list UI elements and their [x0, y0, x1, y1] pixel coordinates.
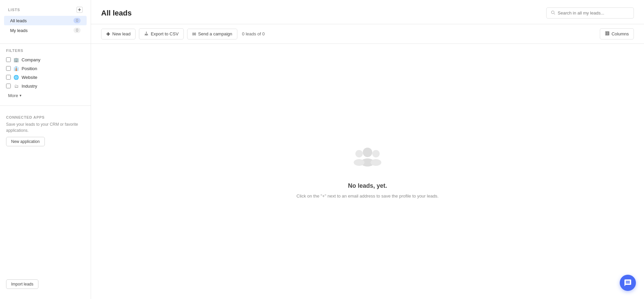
more-label: More	[8, 93, 18, 98]
search-box	[546, 7, 634, 19]
svg-rect-2	[605, 32, 606, 35]
new-lead-label: New lead	[112, 31, 130, 36]
filter-company-checkbox[interactable]	[6, 57, 11, 62]
svg-point-0	[551, 11, 554, 13]
filter-website-checkbox[interactable]	[6, 75, 11, 80]
filters-section: FILTERS 🏢 Company 👔 Position 🌐 Website 🗂…	[0, 49, 91, 101]
leads-count-total: 0	[262, 31, 265, 36]
filter-website[interactable]: 🌐 Website	[2, 73, 89, 82]
svg-rect-4	[608, 32, 609, 35]
export-csv-label: Export to CSV	[151, 31, 178, 36]
sidebar-item-all-leads-label: All leads	[10, 18, 27, 23]
company-icon: 🏢	[13, 57, 19, 62]
search-input[interactable]	[558, 10, 630, 16]
sidebar-item-all-leads-count: 0	[74, 18, 81, 23]
leads-count-unit-label: leads	[246, 31, 258, 36]
svg-point-7	[355, 150, 363, 157]
send-campaign-button[interactable]: ✉ Send a campaign	[187, 29, 237, 39]
search-icon	[551, 10, 555, 16]
sidebar-item-my-leads[interactable]: My leads 0	[4, 26, 87, 35]
svg-rect-3	[607, 32, 608, 35]
main-header: All leads	[91, 0, 644, 24]
sidebar-item-all-leads[interactable]: All leads 0	[4, 16, 87, 25]
filter-company[interactable]: 🏢 Company	[2, 55, 89, 64]
import-leads-section: Import leads	[0, 276, 91, 292]
position-icon: 👔	[13, 66, 19, 71]
filter-website-label: Website	[22, 75, 37, 80]
filters-label: FILTERS	[2, 49, 89, 55]
leads-count: 0 leads of 0	[242, 31, 265, 36]
empty-state-title: No leads, yet.	[348, 182, 387, 189]
filter-industry[interactable]: 🗂 Industry	[2, 82, 89, 90]
svg-point-10	[371, 159, 381, 166]
filter-industry-checkbox[interactable]	[6, 84, 11, 88]
website-icon: 🌐	[13, 74, 19, 80]
new-lead-button[interactable]: ✚ New lead	[101, 29, 136, 39]
filter-position-checkbox[interactable]	[6, 66, 11, 71]
connected-apps-title: CONNECTED APPS	[6, 115, 85, 119]
leads-count-value: 0	[242, 31, 244, 36]
add-list-button[interactable]: +	[77, 7, 83, 13]
lists-section-title: LISTS +	[2, 7, 89, 16]
svg-point-8	[354, 159, 364, 166]
more-filters-button[interactable]: More ▾	[4, 91, 87, 100]
toolbar: ✚ New lead Export to CSV ✉ Send a campai…	[91, 24, 644, 44]
import-leads-button[interactable]: Import leads	[6, 279, 38, 289]
connected-apps-desc: Save your leads to your CRM or favorite …	[6, 121, 85, 133]
empty-state-description: Click on the "+" next to an email addres…	[296, 193, 438, 200]
filter-industry-label: Industry	[22, 84, 37, 89]
filter-company-label: Company	[22, 57, 40, 62]
connected-apps-section: CONNECTED APPS Save your leads to your C…	[0, 111, 91, 151]
campaign-icon: ✉	[192, 31, 196, 37]
svg-point-9	[372, 150, 380, 157]
industry-icon: 🗂	[13, 83, 19, 89]
sidebar-item-my-leads-label: My leads	[10, 28, 28, 33]
chat-icon	[624, 279, 632, 287]
export-csv-button[interactable]: Export to CSV	[139, 28, 183, 39]
new-application-button[interactable]: New application	[6, 137, 45, 146]
filter-position-label: Position	[22, 66, 37, 71]
empty-illustration	[349, 143, 386, 174]
leads-count-of: of	[257, 31, 261, 36]
chat-bubble-button[interactable]	[620, 275, 636, 291]
export-icon	[144, 31, 149, 37]
columns-label: Columns	[612, 31, 629, 36]
lists-label: LISTS	[8, 8, 20, 12]
filter-position[interactable]: 👔 Position	[2, 64, 89, 73]
plus-icon: ✚	[106, 31, 110, 37]
svg-point-5	[363, 148, 372, 157]
chevron-down-icon: ▾	[20, 93, 22, 98]
columns-icon	[605, 31, 610, 37]
columns-button[interactable]: Columns	[600, 28, 634, 39]
send-campaign-label: Send a campaign	[198, 31, 232, 36]
empty-state: No leads, yet. Click on the "+" next to …	[91, 44, 644, 299]
sidebar-item-my-leads-count: 0	[74, 28, 81, 33]
svg-line-1	[554, 13, 555, 14]
sidebar: LISTS + All leads 0 My leads 0 FILTERS 🏢…	[0, 0, 91, 299]
main-content: All leads ✚ New lead Export to CS	[91, 0, 644, 299]
page-title: All leads	[101, 9, 131, 18]
